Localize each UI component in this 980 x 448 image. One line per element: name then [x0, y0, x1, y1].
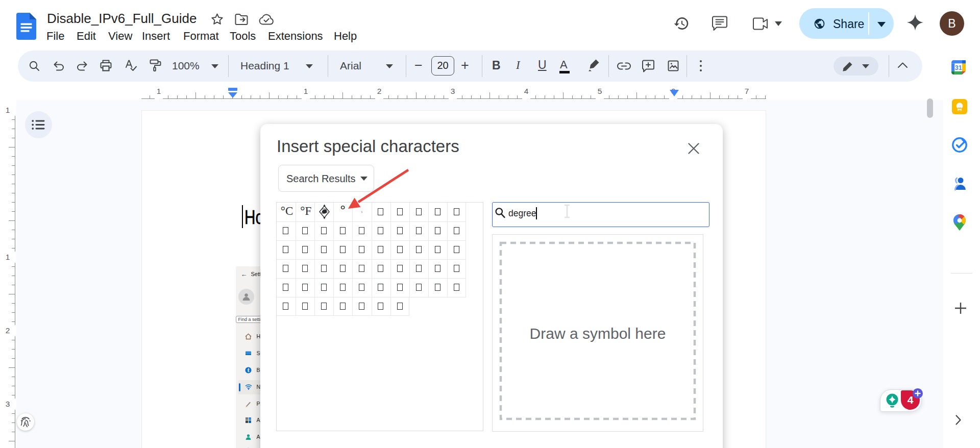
- svg-text:31: 31: [955, 64, 962, 71]
